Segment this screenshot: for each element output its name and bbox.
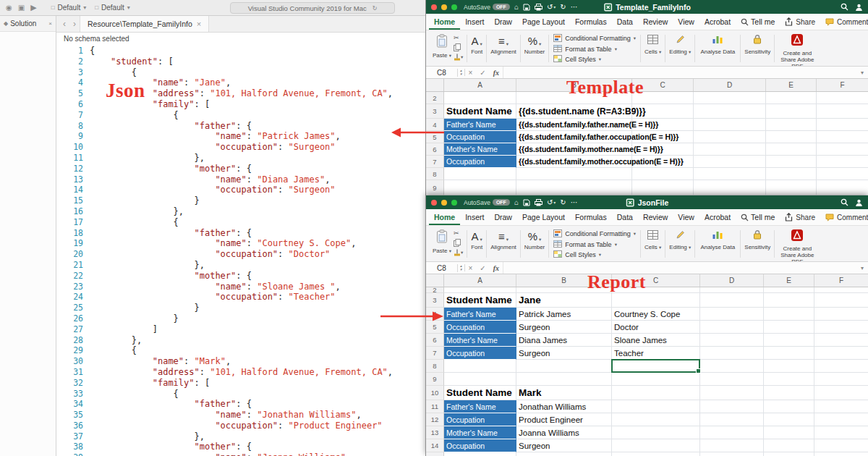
cell-C5[interactable]: Doctor [612, 321, 700, 334]
column-header-D[interactable]: D [694, 79, 766, 91]
name-box-stepper[interactable]: ▴▾ [458, 264, 465, 271]
code-text[interactable]: "mother": { [90, 164, 252, 174]
cell-A5[interactable]: Occupation [444, 321, 516, 334]
cell-F3[interactable] [817, 104, 868, 119]
name-box[interactable]: C8 [426, 69, 458, 77]
redo-icon[interactable]: ↻ [560, 4, 566, 11]
close-button[interactable] [431, 200, 437, 206]
cell-D9[interactable] [700, 373, 764, 386]
minimize-button[interactable] [441, 4, 447, 10]
cell-D8[interactable] [700, 360, 764, 373]
paste-button[interactable]: Paste ▾ [433, 33, 451, 59]
cell-B6[interactable]: Diana James [516, 334, 612, 347]
zoom-button[interactable] [451, 4, 457, 10]
close-button[interactable] [431, 4, 437, 10]
search-icon[interactable] [841, 198, 848, 206]
account-icon[interactable] [855, 3, 863, 11]
ribbon-tab-view[interactable]: View [673, 14, 699, 30]
code-text[interactable]: { [90, 389, 179, 400]
nav-back-icon[interactable]: ‹ [59, 19, 69, 29]
ribbon-tab-view[interactable]: View [673, 209, 699, 225]
cell-D13[interactable] [700, 426, 764, 439]
cell-F4[interactable] [814, 308, 868, 321]
cell-D5[interactable] [700, 321, 764, 334]
cell-D14[interactable] [700, 439, 764, 452]
sheet-grid[interactable]: 23Student Name{{ds.student.name (R=A3:B9… [426, 92, 868, 195]
ribbon-tab-insert[interactable]: Insert [460, 209, 489, 225]
code-text[interactable]: ] [90, 324, 158, 335]
row-header-7[interactable]: 7 [426, 156, 444, 168]
cell-B8[interactable] [516, 360, 612, 373]
print-icon[interactable] [535, 4, 542, 11]
ribbon-tab-home[interactable]: Home [429, 14, 460, 30]
autosave-toggle[interactable]: AutoSaveOFF [464, 199, 510, 206]
cell-C12[interactable] [612, 413, 700, 426]
comments-button[interactable]: Comments [820, 214, 868, 221]
ribbon-tab-draw[interactable]: Draw [489, 14, 517, 30]
cell-D6[interactable] [700, 334, 764, 347]
refresh-icon[interactable]: ↻ [373, 5, 378, 12]
cell-B7[interactable]: Surgeon [516, 347, 612, 360]
cell-E10[interactable] [764, 386, 814, 400]
panel-close-icon[interactable]: × [48, 20, 52, 27]
row-header-9[interactable]: 9 [426, 180, 444, 195]
code-text[interactable]: "student": [ [90, 56, 174, 67]
cell-D2[interactable] [700, 287, 764, 293]
undo-icon[interactable]: ↺▾ [547, 4, 556, 11]
cell-D4[interactable] [694, 119, 766, 131]
ribbon-tab-insert[interactable]: Insert [460, 14, 489, 30]
code-text[interactable]: { [90, 46, 95, 56]
code-text[interactable]: "address": "101, Halford Avenue, Fremont… [90, 367, 393, 378]
cell-E14[interactable] [764, 439, 814, 452]
ribbon-tab-formulas[interactable]: Formulas [570, 14, 612, 30]
cell-D9[interactable] [694, 180, 766, 195]
cell-E9[interactable] [764, 373, 814, 386]
cell-F7[interactable] [814, 347, 868, 360]
copy-icon[interactable] [454, 239, 463, 247]
cell-A11[interactable]: Father's Name [444, 400, 516, 413]
cell-A3[interactable]: Student Name [444, 104, 516, 119]
cell-F7[interactable] [817, 156, 868, 168]
font-button[interactable]: A▾Font [471, 228, 482, 250]
cell-F6[interactable] [817, 143, 868, 156]
number-format-button[interactable]: %▾Number [524, 228, 545, 250]
cell-E5[interactable] [766, 131, 817, 143]
cell-D15[interactable] [700, 452, 764, 456]
code-text[interactable]: "mother": { [90, 271, 252, 282]
cell-A2[interactable] [444, 92, 516, 104]
cell-F8[interactable] [817, 168, 868, 180]
cell-E13[interactable] [764, 426, 814, 439]
cell-F10[interactable] [814, 386, 868, 400]
search-icon[interactable] [841, 3, 848, 11]
cell-D12[interactable] [700, 413, 764, 426]
column-header-A[interactable]: A [444, 274, 516, 287]
enter-icon[interactable]: ✓ [476, 69, 489, 77]
sensitivity-button[interactable]: Sensitivity [744, 228, 770, 250]
cell-E7[interactable] [766, 156, 817, 168]
ribbon-tab-draw[interactable]: Draw [489, 209, 517, 225]
code-text[interactable]: "occupation": "Teacher" [90, 292, 336, 303]
cell-B12[interactable]: Product Engineer [516, 413, 612, 426]
save-icon[interactable] [523, 4, 530, 11]
cell-A8[interactable] [444, 360, 516, 373]
analyse-data-button[interactable]: Analyse Data [699, 228, 736, 250]
cell-C9[interactable] [632, 180, 694, 195]
row-header-14[interactable]: 14 [426, 439, 444, 452]
code-text[interactable]: "mother": { [90, 442, 252, 452]
run-target-dropdown[interactable]: □ Default ▾ [95, 4, 130, 12]
column-header-D[interactable]: D [700, 274, 764, 287]
cell-A13[interactable]: Mother's Name [444, 426, 516, 439]
code-text[interactable]: "name": "Mark", [90, 356, 231, 367]
save-icon[interactable] [523, 199, 530, 206]
undo-icon[interactable]: ↺▾ [547, 199, 556, 206]
cell-C7[interactable]: Teacher [612, 347, 700, 360]
code-text[interactable]: }, [90, 431, 205, 442]
column-header-F[interactable]: F [817, 79, 868, 91]
name-box[interactable]: C8 [426, 264, 458, 272]
code-text[interactable]: "family": [ [90, 378, 210, 389]
cell-B9[interactable] [516, 180, 632, 195]
cell-E8[interactable] [764, 360, 814, 373]
cell-A12[interactable]: Occupation [444, 413, 516, 426]
cell-E15[interactable] [764, 452, 814, 456]
cell-C9[interactable] [612, 373, 700, 386]
